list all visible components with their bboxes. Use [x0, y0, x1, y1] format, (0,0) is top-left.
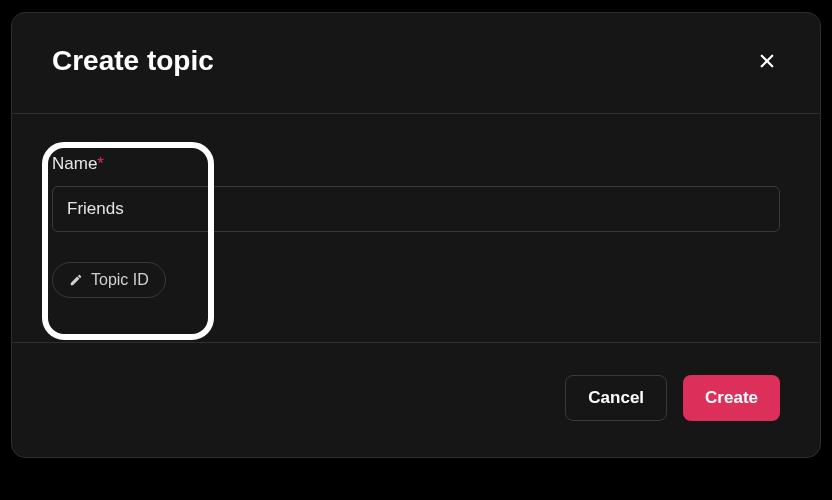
- dialog-title: Create topic: [52, 45, 214, 77]
- dialog-footer: Cancel Create: [12, 343, 820, 457]
- dialog-header: Create topic: [12, 13, 820, 114]
- cancel-button[interactable]: Cancel: [565, 375, 667, 421]
- name-label: Name*: [52, 154, 780, 174]
- pencil-icon: [69, 273, 83, 287]
- topic-id-label: Topic ID: [91, 271, 149, 289]
- close-button[interactable]: [754, 48, 780, 74]
- create-topic-dialog: Create topic Name* Topic ID Cancel Creat…: [11, 12, 821, 458]
- name-input[interactable]: [52, 186, 780, 232]
- name-label-text: Name: [52, 154, 97, 173]
- create-button[interactable]: Create: [683, 375, 780, 421]
- topic-id-button[interactable]: Topic ID: [52, 262, 166, 298]
- required-asterisk: *: [97, 154, 104, 173]
- close-icon: [758, 52, 776, 70]
- dialog-body: Name* Topic ID: [12, 114, 820, 343]
- name-field-group: Name* Topic ID: [52, 154, 780, 298]
